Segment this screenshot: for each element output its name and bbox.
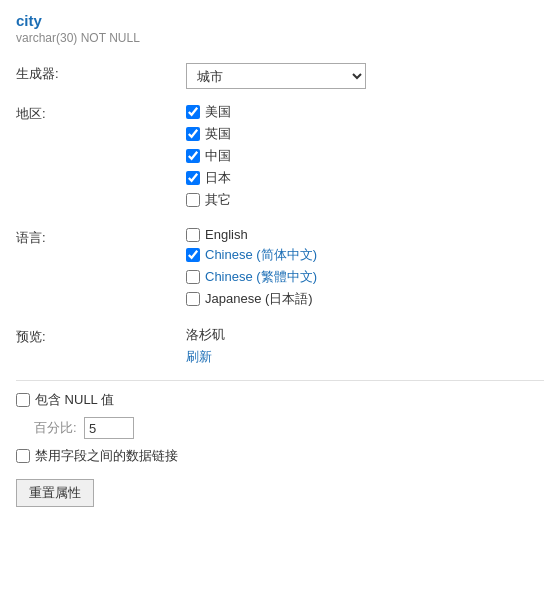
region-checkbox-3[interactable] bbox=[186, 171, 200, 185]
region-item: 日本 bbox=[186, 169, 544, 187]
null-row: 包含 NULL 值 bbox=[16, 391, 544, 409]
language-label-1: Chinese (简体中文) bbox=[205, 246, 317, 264]
language-row: 语言: EnglishChinese (简体中文)Chinese (繁體中文)J… bbox=[16, 227, 544, 312]
region-checkbox-2[interactable] bbox=[186, 149, 200, 163]
region-label-2: 中国 bbox=[205, 147, 231, 165]
language-label-2: Chinese (繁體中文) bbox=[205, 268, 317, 286]
language-label-3: Japanese (日本語) bbox=[205, 290, 313, 308]
region-item: 美国 bbox=[186, 103, 544, 121]
region-row: 地区: 美国英国中国日本其它 bbox=[16, 103, 544, 213]
language-item: Chinese (简体中文) bbox=[186, 246, 544, 264]
field-type: varchar(30) NOT NULL bbox=[16, 31, 544, 45]
disable-label: 禁用字段之间的数据链接 bbox=[35, 447, 178, 465]
reset-button[interactable]: 重置属性 bbox=[16, 479, 94, 507]
generator-row: 生成器: 城市 bbox=[16, 63, 544, 89]
language-item: Chinese (繁體中文) bbox=[186, 268, 544, 286]
preview-content: 洛杉矶 刷新 bbox=[186, 326, 544, 366]
region-label-4: 其它 bbox=[205, 191, 231, 209]
region-content: 美国英国中国日本其它 bbox=[186, 103, 544, 213]
region-item: 中国 bbox=[186, 147, 544, 165]
generator-label: 生成器: bbox=[16, 63, 186, 83]
region-label-1: 英国 bbox=[205, 125, 231, 143]
region-item: 英国 bbox=[186, 125, 544, 143]
region-checkbox-4[interactable] bbox=[186, 193, 200, 207]
region-checkbox-0[interactable] bbox=[186, 105, 200, 119]
region-label-0: 美国 bbox=[205, 103, 231, 121]
disable-row: 禁用字段之间的数据链接 bbox=[16, 447, 544, 465]
null-checkbox[interactable] bbox=[16, 393, 30, 407]
field-title: city bbox=[16, 12, 544, 29]
percent-input[interactable] bbox=[84, 417, 134, 439]
language-content: EnglishChinese (简体中文)Chinese (繁體中文)Japan… bbox=[186, 227, 544, 312]
generator-select[interactable]: 城市 bbox=[186, 63, 366, 89]
preview-label: 预览: bbox=[16, 326, 186, 346]
region-label: 地区: bbox=[16, 103, 186, 123]
generator-content: 城市 bbox=[186, 63, 544, 89]
language-checkbox-1[interactable] bbox=[186, 248, 200, 262]
preview-value: 洛杉矶 bbox=[186, 326, 544, 344]
language-item: Japanese (日本語) bbox=[186, 290, 544, 308]
region-label-3: 日本 bbox=[205, 169, 231, 187]
language-item: English bbox=[186, 227, 544, 242]
null-label: 包含 NULL 值 bbox=[35, 391, 114, 409]
disable-checkbox[interactable] bbox=[16, 449, 30, 463]
language-label: 语言: bbox=[16, 227, 186, 247]
divider bbox=[16, 380, 544, 381]
percent-row: 百分比: bbox=[34, 417, 544, 439]
region-checkbox-1[interactable] bbox=[186, 127, 200, 141]
language-label-0: English bbox=[205, 227, 248, 242]
language-checkbox-0[interactable] bbox=[186, 228, 200, 242]
preview-row: 预览: 洛杉矶 刷新 bbox=[16, 326, 544, 366]
region-item: 其它 bbox=[186, 191, 544, 209]
language-checkbox-2[interactable] bbox=[186, 270, 200, 284]
percent-label: 百分比: bbox=[34, 419, 84, 437]
language-checkbox-3[interactable] bbox=[186, 292, 200, 306]
refresh-link[interactable]: 刷新 bbox=[186, 349, 212, 364]
